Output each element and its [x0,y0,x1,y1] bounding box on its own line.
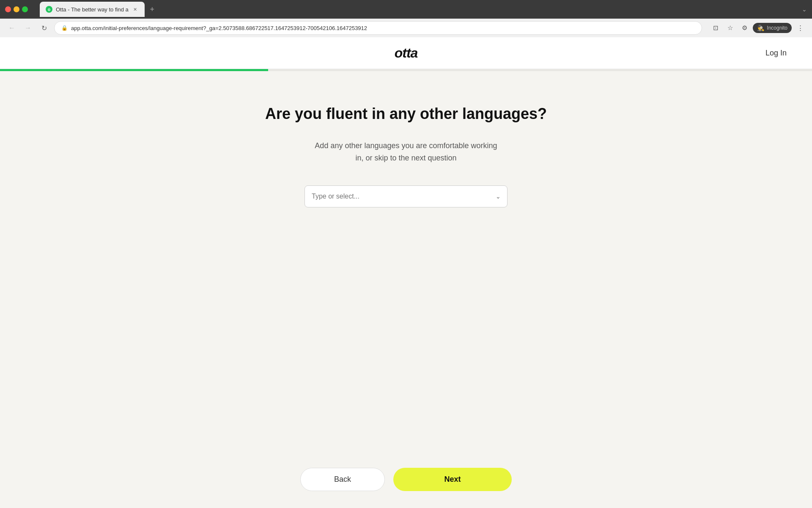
close-tab-button[interactable]: ✕ [132,6,139,13]
language-dropdown[interactable] [304,185,508,207]
new-tab-button[interactable]: + [146,3,158,15]
incognito-badge: 🕵 Incognito [753,23,792,33]
bookmark-button[interactable]: ☆ [724,22,736,34]
site-logo[interactable]: otta [395,45,418,61]
address-text: app.otta.com/initial-preferences/languag… [71,25,367,31]
incognito-icon: 🕵 [757,25,764,31]
browser-actions: ⊡ ☆ ⚙ 🕵 Incognito ⋮ [710,22,806,34]
next-button[interactable]: Next [393,468,512,491]
lock-icon: 🔒 [61,25,68,31]
extension-button[interactable]: ⚙ [738,22,750,34]
bottom-navigation: Back Next [0,459,812,508]
forward-navigation-button[interactable]: → [22,22,34,34]
more-options-button[interactable]: ⋮ [794,22,806,34]
main-content: Are you fluent in any other languages? A… [0,71,812,207]
page-subtitle: Add any other languages you are comforta… [315,140,497,164]
app-header: otta Log In [0,37,812,69]
tab-dropdown-button[interactable]: ⌄ [802,6,807,13]
active-tab[interactable]: o Otta - The better way to find a ✕ [40,2,145,17]
address-bar: ← → ↻ 🔒 app.otta.com/initial-preferences… [0,19,812,37]
close-window-button[interactable] [5,6,11,12]
language-select-container: ⌄ [304,185,508,207]
maximize-window-button[interactable] [22,6,28,12]
minimize-window-button[interactable] [14,6,19,12]
reload-button[interactable]: ↻ [38,22,50,34]
tab-title: Otta - The better way to find a [56,6,129,13]
browser-chrome: o Otta - The better way to find a ✕ + ⌄ … [0,0,812,37]
browser-titlebar: o Otta - The better way to find a ✕ + ⌄ [0,0,812,19]
incognito-label: Incognito [767,25,787,31]
tab-bar: o Otta - The better way to find a ✕ + [35,2,798,17]
back-navigation-button[interactable]: ← [6,22,18,34]
back-button[interactable]: Back [300,468,385,491]
tab-favicon: o [46,6,52,13]
language-input[interactable] [312,193,487,200]
login-link[interactable]: Log In [765,49,787,58]
page-title: Are you fluent in any other languages? [265,105,547,123]
address-field[interactable]: 🔒 app.otta.com/initial-preferences/langu… [54,21,702,35]
window-controls [5,6,28,12]
cast-button[interactable]: ⊡ [710,22,721,34]
